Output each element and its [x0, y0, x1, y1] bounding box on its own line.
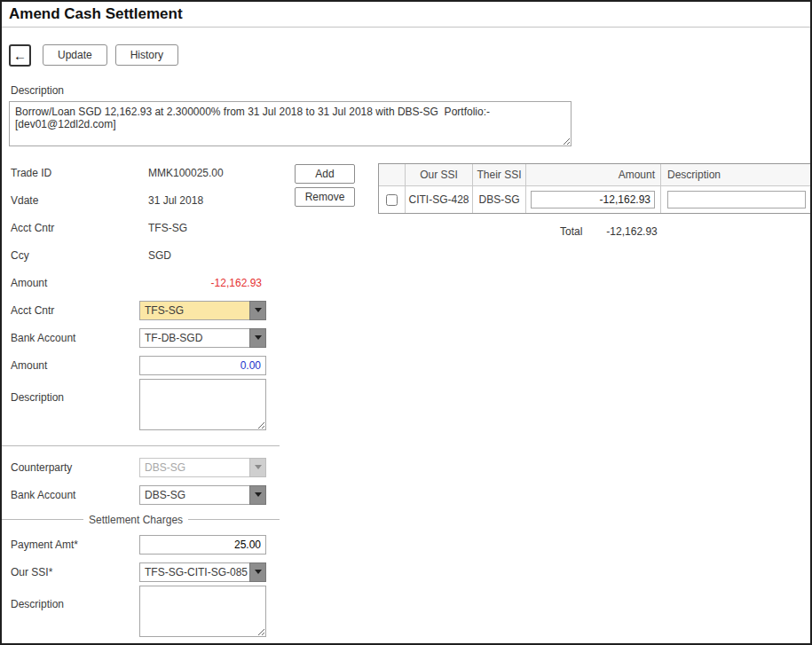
table-actions: Add Remove	[295, 164, 355, 210]
field-bank-account: Bank Account TF-DB-SGD	[2, 324, 281, 351]
acct-cntr-label: Acct Cntr	[11, 304, 139, 317]
row-our-ssi: CITI-SG-428	[406, 186, 473, 213]
update-button[interactable]: Update	[43, 44, 107, 66]
counterparty-dropdown-button	[249, 458, 266, 477]
bank-account-dropdown[interactable]: TF-DB-SGD	[139, 328, 266, 348]
acct-cntr-dropdown-value: TFS-SG	[139, 301, 249, 320]
trade-id-value: MMK100025.00	[139, 167, 224, 179]
row-description-input[interactable]	[667, 191, 806, 208]
counterparty-dropdown-value: DBS-SG	[139, 458, 249, 477]
amount-input[interactable]	[139, 356, 266, 375]
field-acct-cntr: Acct Cntr TFS-SG	[2, 296, 281, 324]
ssi-table-row: CITI-SG-428 DBS-SG	[379, 186, 810, 213]
page-title: Amend Cash Settlement	[2, 2, 810, 28]
acct-cntr-dropdown-button[interactable]	[249, 301, 266, 320]
cpty-bank-account-label: Bank Account	[11, 489, 139, 501]
remove-button[interactable]: Remove	[295, 187, 355, 207]
legend-line	[2, 519, 83, 520]
acct-cntr-readonly-value: TFS-SG	[139, 222, 187, 234]
chevron-down-icon	[255, 308, 262, 312]
total-value: -12,162.93	[606, 225, 657, 238]
settlement-charges-section: Settlement Charges	[2, 510, 280, 529]
settlement-description-textarea[interactable]	[139, 379, 266, 430]
field-description: Description	[2, 379, 281, 430]
row-amount-cell	[526, 186, 661, 213]
charges-description-label: Description	[11, 586, 139, 610]
trade-id-label: Trade ID	[11, 167, 139, 179]
settlement-description-label: Description	[11, 379, 139, 404]
row-amount-input[interactable]	[531, 191, 655, 208]
counterparty-dropdown: DBS-SG	[139, 458, 266, 477]
vdate-label: Vdate	[11, 194, 139, 207]
vdate-value: 31 Jul 2018	[139, 194, 203, 207]
toolbar: ← Update History	[2, 43, 810, 67]
legend-line	[188, 519, 280, 520]
description-column-header: Description	[661, 164, 810, 185]
payment-amt-input[interactable]	[139, 535, 266, 555]
settlement-form: Trade ID MMK100025.00 Vdate 31 Jul 2018 …	[2, 159, 281, 637]
payment-amt-label: Payment Amt*	[11, 539, 139, 551]
field-charges-description: Description	[2, 586, 281, 637]
add-button[interactable]: Add	[295, 164, 355, 184]
total-row: Total -12,162.93	[378, 225, 809, 238]
row-their-ssi: DBS-SG	[473, 186, 526, 213]
field-cpty-bank-account: Bank Account DBS-SG	[2, 481, 281, 508]
ccy-value: SGD	[139, 249, 171, 262]
chevron-down-icon	[255, 492, 262, 497]
charges-description-textarea[interactable]	[139, 586, 266, 637]
field-our-ssi: Our SSI* TFS-SG-CITI-SG-085	[2, 558, 281, 586]
cpty-bank-account-dropdown-button[interactable]	[249, 485, 266, 505]
their-ssi-column-header: Their SSI	[473, 164, 526, 185]
our-ssi-dropdown[interactable]: TFS-SG-CITI-SG-085	[139, 562, 266, 582]
field-payment-amt: Payment Amt*	[2, 531, 281, 558]
field-counterparty: Counterparty DBS-SG	[2, 453, 281, 481]
acct-cntr-dropdown[interactable]: TFS-SG	[139, 301, 266, 320]
description-label: Description	[11, 84, 810, 97]
amount-readonly-label: Amount	[11, 277, 139, 289]
ssi-table: Our SSI Their SSI Amount Description CIT…	[378, 163, 811, 214]
trade-description-textarea[interactable]: Borrow/Loan SGD 12,162.93 at 2.300000% f…	[9, 101, 572, 146]
chevron-down-icon	[255, 570, 262, 574]
our-ssi-label: Our SSI*	[11, 566, 139, 578]
amount-column-header: Amount	[526, 164, 661, 185]
ssi-table-area: Our SSI Their SSI Amount Description CIT…	[378, 163, 811, 238]
row-select-cell	[379, 186, 406, 213]
select-column-header	[379, 164, 406, 185]
history-button[interactable]: History	[115, 44, 178, 66]
back-button[interactable]: ←	[9, 44, 31, 67]
field-amount: Amount	[2, 351, 281, 379]
chevron-down-icon	[255, 335, 262, 340]
field-trade-id: Trade ID MMK100025.00	[2, 159, 281, 186]
field-acct-cntr-readonly: Acct Cntr TFS-SG	[2, 214, 281, 241]
ssi-table-header: Our SSI Their SSI Amount Description	[379, 164, 810, 186]
total-label: Total	[560, 225, 582, 238]
ccy-label: Ccy	[11, 249, 139, 262]
field-ccy: Ccy SGD	[2, 241, 281, 269]
counterparty-label: Counterparty	[11, 461, 139, 474]
bank-account-label: Bank Account	[11, 332, 139, 344]
settlement-charges-label: Settlement Charges	[83, 514, 188, 526]
our-ssi-column-header: Our SSI	[406, 164, 473, 185]
amend-cash-settlement-window: Amend Cash Settlement ← Update History D…	[0, 0, 812, 645]
main-area: Trade ID MMK100025.00 Vdate 31 Jul 2018 …	[2, 159, 810, 637]
our-ssi-dropdown-value: TFS-SG-CITI-SG-085	[139, 562, 249, 582]
bank-account-dropdown-button[interactable]	[249, 328, 266, 348]
acct-cntr-readonly-label: Acct Cntr	[11, 222, 139, 234]
chevron-down-icon	[255, 465, 262, 469]
field-vdate: Vdate 31 Jul 2018	[2, 186, 281, 214]
field-amount-readonly: Amount -12,162.93	[2, 269, 281, 296]
back-arrow-icon: ←	[13, 49, 27, 62]
cpty-bank-account-dropdown[interactable]: DBS-SG	[139, 485, 266, 505]
row-checkbox[interactable]	[386, 194, 398, 206]
section-divider	[2, 445, 280, 446]
cpty-bank-account-dropdown-value: DBS-SG	[139, 485, 249, 505]
amount-readonly-value: -12,162.93	[148, 277, 262, 289]
our-ssi-dropdown-button[interactable]	[249, 562, 266, 582]
row-description-cell	[661, 186, 810, 213]
amount-label: Amount	[11, 359, 139, 372]
bank-account-dropdown-value: TF-DB-SGD	[139, 328, 249, 348]
